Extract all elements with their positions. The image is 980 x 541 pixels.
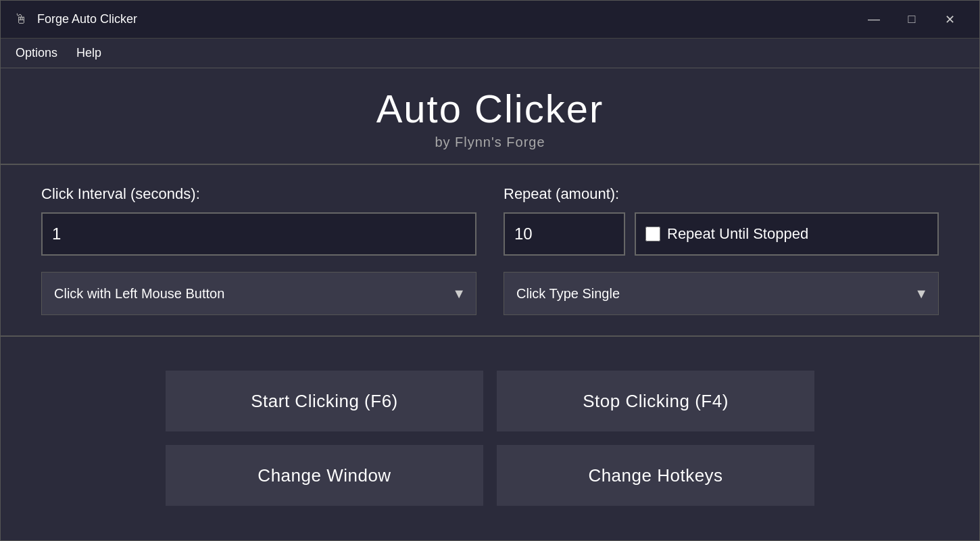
actions-section: Start Clicking (F6) Stop Clicking (F4) C… — [1, 337, 979, 540]
repeat-until-stopped-text: Repeat Until Stopped — [667, 225, 808, 243]
repeat-label: Repeat (amount): — [504, 185, 939, 203]
labels-row: Click Interval (seconds): Repeat (amount… — [41, 185, 939, 256]
stop-clicking-button[interactable]: Stop Clicking (F4) — [497, 371, 814, 431]
window-title: Forge Auto Clicker — [37, 12, 855, 26]
main-content: Auto Clicker by Flynn's Forge Click Inte… — [1, 68, 979, 540]
interval-group: Click Interval (seconds): — [41, 185, 476, 256]
repeat-until-stopped-label[interactable]: Repeat Until Stopped — [635, 212, 939, 256]
change-window-button[interactable]: Change Window — [166, 445, 483, 506]
menu-bar: Options Help — [1, 39, 979, 68]
click-type-select[interactable]: Click Type Single Click Type Double Clic… — [504, 272, 939, 315]
maximize-button[interactable]: □ — [893, 1, 931, 39]
app-icon: 🖱 — [11, 10, 30, 29]
change-hotkeys-button[interactable]: Change Hotkeys — [497, 445, 814, 506]
main-window: 🖱 Forge Auto Clicker — □ ✕ Options Help … — [0, 0, 980, 541]
interval-label: Click Interval (seconds): — [41, 185, 476, 203]
app-title: Auto Clicker — [1, 87, 979, 131]
controls-section: Click Interval (seconds): Repeat (amount… — [1, 165, 979, 337]
window-controls: — □ ✕ — [855, 1, 969, 39]
interval-input[interactable] — [41, 212, 476, 256]
mouse-button-wrapper: Click with Left Mouse Button Click with … — [41, 272, 476, 315]
repeat-until-stopped-checkbox[interactable] — [645, 227, 660, 241]
bottom-button-row: Change Window Change Hotkeys — [166, 445, 814, 506]
menu-help[interactable]: Help — [67, 42, 111, 64]
menu-options[interactable]: Options — [6, 42, 67, 64]
top-button-row: Start Clicking (F6) Stop Clicking (F4) — [166, 371, 814, 431]
minimize-button[interactable]: — — [855, 1, 893, 39]
click-type-wrapper: Click Type Single Click Type Double Clic… — [504, 272, 939, 315]
start-clicking-button[interactable]: Start Clicking (F6) — [166, 371, 483, 431]
close-button[interactable]: ✕ — [931, 1, 969, 39]
dropdowns-row: Click with Left Mouse Button Click with … — [41, 272, 939, 315]
mouse-button-select[interactable]: Click with Left Mouse Button Click with … — [41, 272, 476, 315]
repeat-group: Repeat (amount): Repeat Until Stopped — [504, 185, 939, 256]
app-header: Auto Clicker by Flynn's Forge — [1, 68, 979, 165]
repeat-controls: Repeat Until Stopped — [504, 212, 939, 256]
app-subtitle: by Flynn's Forge — [1, 135, 979, 150]
repeat-input[interactable] — [504, 212, 625, 256]
title-bar: 🖱 Forge Auto Clicker — □ ✕ — [1, 1, 979, 39]
